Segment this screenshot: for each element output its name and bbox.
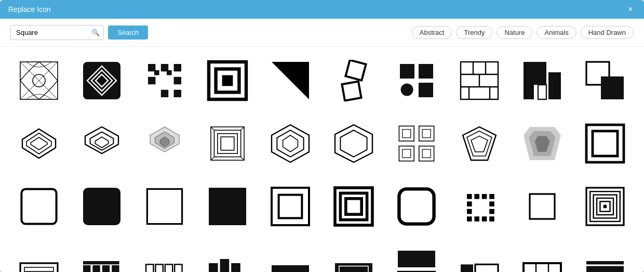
icon-cell[interactable] <box>325 52 382 109</box>
svg-rect-35 <box>538 85 546 99</box>
search-input-wrap: 🔍 <box>10 25 104 40</box>
icon-cell[interactable] <box>136 178 193 235</box>
close-button[interactable]: × <box>625 4 636 15</box>
dialog-title: Replace Icon <box>8 5 51 14</box>
svg-line-53 <box>211 127 214 130</box>
svg-rect-7 <box>148 76 155 84</box>
svg-rect-117 <box>209 263 218 272</box>
icon-cell[interactable] <box>262 52 319 109</box>
svg-line-56 <box>241 157 244 160</box>
icon-cell[interactable] <box>451 52 507 109</box>
svg-rect-78 <box>147 189 182 224</box>
filter-trendy[interactable]: Trendy <box>456 26 492 39</box>
svg-rect-37 <box>601 76 624 99</box>
icon-cell[interactable] <box>262 115 319 172</box>
svg-rect-84 <box>345 199 361 214</box>
icon-cell[interactable] <box>577 178 634 235</box>
replace-icon-dialog: Replace Icon × 🔍 Search Abstract Trendy … <box>0 0 644 272</box>
icon-cell[interactable] <box>136 115 193 172</box>
icon-cell[interactable] <box>199 52 256 109</box>
icon-cell[interactable] <box>388 115 445 172</box>
icon-cell[interactable] <box>388 241 445 272</box>
icon-cell[interactable] <box>577 52 634 109</box>
svg-rect-73 <box>422 149 431 158</box>
svg-rect-108 <box>92 265 100 272</box>
svg-rect-80 <box>272 188 309 225</box>
svg-rect-4 <box>83 62 120 99</box>
svg-rect-32 <box>524 62 546 85</box>
svg-rect-121 <box>272 265 309 272</box>
icon-cell[interactable] <box>10 178 67 235</box>
svg-rect-12 <box>161 89 168 97</box>
svg-rect-8 <box>174 64 181 71</box>
filter-animals[interactable]: Animals <box>536 26 576 39</box>
icon-cell[interactable] <box>325 115 382 172</box>
icon-cell[interactable] <box>451 115 507 172</box>
icon-cell[interactable] <box>325 241 382 272</box>
icon-cell[interactable] <box>451 178 507 235</box>
svg-rect-52 <box>221 137 234 150</box>
icon-cell[interactable] <box>199 178 256 235</box>
icon-cell[interactable] <box>73 178 130 235</box>
svg-rect-76 <box>21 189 56 224</box>
svg-rect-67 <box>419 126 434 141</box>
icon-cell[interactable] <box>136 52 193 109</box>
svg-rect-9 <box>154 70 159 75</box>
svg-rect-77 <box>83 188 120 225</box>
svg-marker-17 <box>272 62 309 99</box>
icon-cell[interactable] <box>10 241 67 272</box>
icon-cell[interactable] <box>514 115 571 172</box>
filter-abstract[interactable]: Abstract <box>412 26 452 39</box>
svg-rect-33 <box>524 85 534 99</box>
svg-rect-118 <box>220 259 230 272</box>
icon-cell[interactable] <box>199 241 256 272</box>
filter-tags: Abstract Trendy Nature Animals Hand Draw… <box>412 26 634 39</box>
icon-cell[interactable] <box>73 115 130 172</box>
svg-rect-104 <box>603 205 607 208</box>
icon-cell[interactable] <box>388 52 445 109</box>
search-button[interactable]: Search <box>108 25 148 40</box>
search-input[interactable] <box>10 25 104 40</box>
icon-cell[interactable] <box>514 52 571 109</box>
icon-cell[interactable] <box>10 115 67 172</box>
svg-rect-75 <box>593 131 618 156</box>
icon-cell[interactable] <box>262 178 319 235</box>
icons-grid <box>10 52 634 272</box>
icon-cell[interactable] <box>262 241 319 272</box>
icon-cell[interactable] <box>514 241 571 272</box>
svg-rect-95 <box>474 216 479 222</box>
icon-cell[interactable] <box>577 241 634 272</box>
filter-nature[interactable]: Nature <box>497 26 532 39</box>
svg-rect-72 <box>403 149 411 158</box>
svg-rect-93 <box>489 209 494 214</box>
icon-cell[interactable] <box>577 115 634 172</box>
svg-rect-85 <box>399 189 434 224</box>
icons-grid-wrap[interactable] <box>0 47 644 272</box>
svg-marker-43 <box>95 137 109 148</box>
icon-cell[interactable] <box>199 115 256 172</box>
svg-rect-50 <box>214 130 241 157</box>
icon-cell[interactable] <box>514 178 571 235</box>
content-area <box>0 47 644 272</box>
svg-rect-122 <box>335 263 372 272</box>
icon-cell[interactable] <box>73 52 130 109</box>
icon-cell[interactable] <box>10 52 67 109</box>
svg-line-55 <box>211 157 214 160</box>
svg-rect-111 <box>83 261 119 264</box>
svg-rect-116 <box>175 265 182 272</box>
svg-rect-91 <box>489 201 494 206</box>
icon-cell[interactable] <box>325 178 382 235</box>
svg-rect-114 <box>155 265 163 272</box>
icon-cell[interactable] <box>388 178 445 235</box>
icon-cell[interactable] <box>73 241 130 272</box>
svg-rect-109 <box>102 265 110 272</box>
svg-rect-19 <box>342 81 361 100</box>
svg-rect-128 <box>524 263 561 272</box>
svg-marker-40 <box>31 137 47 150</box>
icon-cell[interactable] <box>451 241 507 272</box>
filter-hand-drawn[interactable]: Hand Drawn <box>581 26 634 39</box>
svg-rect-115 <box>165 265 172 272</box>
svg-rect-97 <box>489 216 494 222</box>
icon-cell[interactable] <box>136 241 193 272</box>
svg-rect-81 <box>279 195 302 218</box>
